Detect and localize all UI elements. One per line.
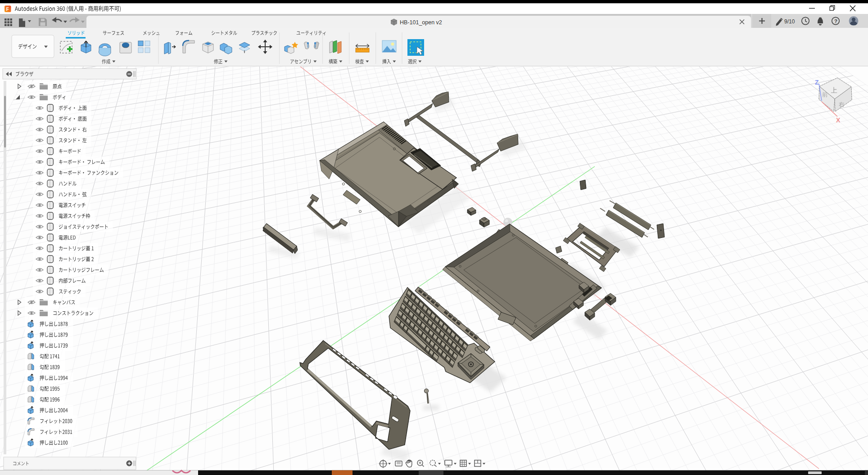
svg-text:9/10: 9/10 [784, 18, 795, 25]
svg-text:X: X [836, 117, 841, 124]
svg-text:?: ? [834, 18, 837, 24]
svg-text:F: F [6, 7, 9, 12]
svg-text:Z: Z [815, 79, 819, 86]
svg-text:HB-101_open v2: HB-101_open v2 [400, 19, 442, 26]
